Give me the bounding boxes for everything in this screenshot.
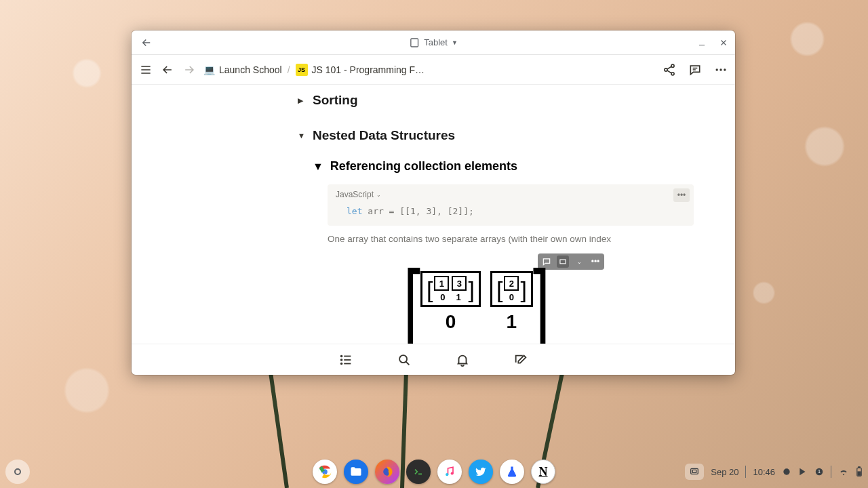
block-align-button[interactable] bbox=[557, 256, 569, 268]
diagram-outer-index: 0 bbox=[420, 311, 481, 333]
toggle-expanded-icon[interactable]: ▼ bbox=[298, 131, 306, 140]
device-switcher[interactable]: Tablet ▼ bbox=[409, 37, 458, 48]
diagram-index: 1 bbox=[456, 292, 460, 302]
app-window: Tablet ▼ 💻 Launch School / bbox=[132, 30, 735, 375]
diagram-index: 0 bbox=[440, 292, 445, 302]
bracket-left-icon: [ bbox=[403, 256, 420, 344]
heading-nested: Nested Data Structures bbox=[313, 128, 455, 143]
breadcrumb-page[interactable]: JS JS 101 - Programming F… bbox=[296, 64, 425, 76]
wifi-icon bbox=[838, 466, 849, 477]
block-align-caret-icon[interactable]: ⌄ bbox=[573, 256, 585, 268]
window-minimize-button[interactable] bbox=[696, 37, 708, 49]
breadcrumb-separator: / bbox=[288, 64, 290, 75]
app-notion[interactable]: N bbox=[531, 460, 555, 484]
svg-rect-23 bbox=[859, 467, 860, 468]
bracket-right-icon: ] bbox=[533, 256, 550, 344]
breadcrumb-parent[interactable]: 💻 Launch School bbox=[203, 64, 282, 75]
code-block[interactable]: JavaScript ⌄ ••• let arr = [[1, 3], [2]]… bbox=[328, 184, 694, 226]
svg-point-16 bbox=[451, 472, 454, 474]
svg-rect-24 bbox=[858, 472, 861, 475]
toggle-collapsed-icon[interactable]: ▶ bbox=[298, 96, 306, 105]
svg-point-11 bbox=[399, 355, 407, 363]
nav-search-button[interactable] bbox=[397, 352, 412, 367]
tray-status-icon bbox=[782, 467, 791, 476]
heading-sorting: Sorting bbox=[313, 93, 358, 108]
app-music[interactable] bbox=[437, 460, 462, 484]
app-firefox[interactable] bbox=[375, 460, 399, 484]
tray-time: 10:46 bbox=[753, 467, 775, 477]
tray-date: Sep 20 bbox=[711, 467, 738, 477]
notification-badge-icon: 1 bbox=[814, 467, 824, 476]
svg-text:1: 1 bbox=[818, 469, 821, 474]
app-toolbar: 💻 Launch School / JS JS 101 - Programmin… bbox=[132, 55, 735, 85]
js-icon: JS bbox=[296, 64, 308, 76]
menu-button[interactable] bbox=[138, 62, 153, 77]
window-back-button[interactable] bbox=[137, 37, 156, 49]
laptop-icon: 💻 bbox=[203, 64, 215, 75]
window-titlebar: Tablet ▼ bbox=[132, 30, 735, 55]
device-label: Tablet bbox=[424, 37, 448, 47]
svg-point-4 bbox=[716, 68, 718, 70]
app-flask[interactable] bbox=[500, 460, 524, 484]
play-store-icon bbox=[798, 467, 808, 476]
nav-list-button[interactable] bbox=[338, 352, 353, 367]
comments-button[interactable] bbox=[688, 62, 703, 77]
more-button[interactable] bbox=[713, 62, 728, 77]
diagram-value: 3 bbox=[452, 276, 467, 291]
diagram-value: 1 bbox=[434, 276, 449, 291]
battery-icon bbox=[856, 466, 863, 477]
tablet-icon bbox=[409, 37, 420, 48]
launcher-button[interactable] bbox=[5, 460, 30, 484]
nav-back-button[interactable] bbox=[160, 62, 175, 77]
svg-point-19 bbox=[783, 468, 789, 474]
block-more-button[interactable]: ••• bbox=[589, 256, 601, 268]
overview-icon bbox=[689, 466, 700, 477]
diagram-block[interactable]: ⌄ ••• [ [ bbox=[403, 256, 580, 333]
svg-point-9 bbox=[341, 359, 342, 361]
svg-rect-18 bbox=[693, 470, 696, 472]
shelf-pinned-apps: N bbox=[313, 460, 555, 484]
chevron-down-icon: ▼ bbox=[452, 39, 458, 46]
system-tray[interactable]: Sep 20 10:46 1 bbox=[685, 464, 863, 480]
app-chrome[interactable] bbox=[313, 460, 337, 484]
breadcrumb: 💻 Launch School / JS JS 101 - Programmin… bbox=[203, 64, 425, 76]
svg-point-10 bbox=[341, 363, 342, 364]
bottom-nav bbox=[132, 344, 735, 375]
svg-rect-7 bbox=[560, 260, 566, 264]
breadcrumb-page-label: JS 101 - Programming F… bbox=[312, 64, 425, 75]
code-content: let arr = [[1, 3], [2]]; bbox=[336, 206, 686, 216]
toggle-expanded-icon[interactable]: ▼ bbox=[313, 161, 323, 173]
svg-point-15 bbox=[446, 473, 448, 476]
code-block-menu[interactable]: ••• bbox=[673, 188, 690, 202]
svg-point-6 bbox=[724, 68, 726, 70]
heading-referencing: Referencing collection elements bbox=[330, 159, 517, 174]
svg-rect-17 bbox=[691, 468, 698, 474]
os-shelf: N Sep 20 10:46 1 bbox=[0, 455, 868, 488]
svg-point-5 bbox=[719, 68, 722, 70]
diagram-index: 0 bbox=[509, 292, 514, 302]
window-close-button[interactable] bbox=[717, 37, 730, 49]
diagram-outer-index: 1 bbox=[490, 311, 533, 333]
breadcrumb-parent-label: Launch School bbox=[219, 64, 282, 75]
nav-notifications-button[interactable] bbox=[455, 352, 470, 367]
app-files[interactable] bbox=[344, 460, 368, 484]
page-content[interactable]: ▶ Sorting ▼ Nested Data Structures ▼ Ref… bbox=[132, 85, 735, 344]
share-button[interactable] bbox=[662, 62, 677, 77]
svg-point-8 bbox=[341, 355, 342, 357]
svg-rect-0 bbox=[411, 39, 418, 47]
code-caption: One array that contains two separate arr… bbox=[328, 234, 671, 244]
code-language-selector[interactable]: JavaScript ⌄ bbox=[336, 190, 686, 199]
nav-forward-button[interactable] bbox=[182, 62, 197, 77]
chevron-down-icon: ⌄ bbox=[376, 192, 381, 198]
app-twitter[interactable] bbox=[469, 460, 493, 484]
launcher-icon bbox=[14, 468, 21, 475]
app-terminal[interactable] bbox=[406, 460, 431, 484]
nav-compose-button[interactable] bbox=[513, 352, 528, 367]
diagram-value: 2 bbox=[504, 276, 519, 291]
